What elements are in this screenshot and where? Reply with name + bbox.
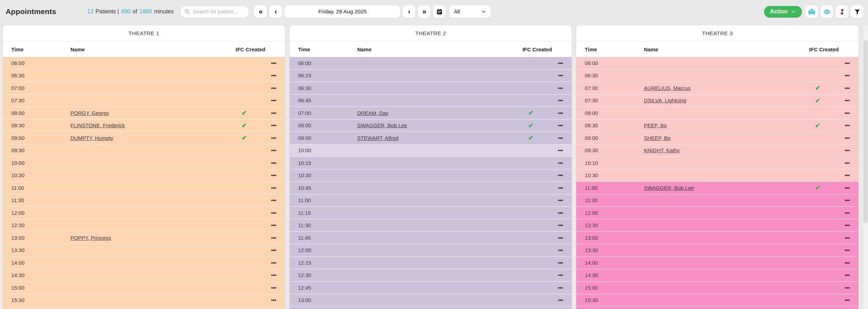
appointment-row[interactable]: 07:00 •••	[3, 82, 285, 95]
patient-name-link[interactable]: AURELIUS, Marcus	[644, 85, 691, 91]
appointment-row[interactable]: 08:00 PORGY, Georgy ✔ •••	[3, 107, 285, 120]
appointment-row[interactable]: 06:30 •••	[290, 82, 572, 95]
patient-name-link[interactable]: KNIGHT, Kathy	[644, 147, 680, 153]
calendar-button[interactable]	[433, 5, 446, 18]
row-actions-button[interactable]: •••	[271, 223, 276, 228]
date-first-button[interactable]: «	[254, 5, 267, 18]
row-actions-button[interactable]: •••	[271, 136, 276, 141]
row-actions-button[interactable]: •••	[558, 260, 563, 265]
row-actions-button[interactable]: •••	[845, 111, 850, 116]
appointment-row[interactable]: 14:30 •••	[3, 269, 285, 282]
row-actions-button[interactable]: •••	[271, 73, 276, 78]
filter-button[interactable]	[850, 5, 864, 18]
patient-name-link[interactable]: POPPY, Princess	[70, 235, 111, 241]
appointment-row[interactable]: 14:00 •••	[3, 257, 285, 269]
row-actions-button[interactable]: •••	[845, 73, 850, 78]
row-actions-button[interactable]: •••	[558, 298, 563, 303]
row-actions-button[interactable]: •••	[845, 123, 850, 128]
appointment-row[interactable]: 08:30 FLINSTONE, Frederick ✔ •••	[3, 120, 285, 132]
patient-name-link[interactable]: DSILVA, Lightning	[644, 97, 686, 103]
scrollbar-thumb[interactable]	[863, 40, 868, 223]
row-actions-button[interactable]: •••	[845, 285, 850, 290]
appointment-row[interactable]: 10:30 •••	[290, 169, 572, 182]
row-resize-toggle-button[interactable]	[835, 5, 849, 18]
date-prev-button[interactable]: ‹	[269, 5, 282, 18]
date-last-button[interactable]: »	[417, 5, 431, 18]
appointment-row[interactable]: 14:30 •••	[576, 269, 858, 282]
row-actions-button[interactable]: •••	[845, 260, 850, 265]
appointment-row[interactable]: 12:30 •••	[3, 219, 285, 232]
appointment-row[interactable]: 12:30 •••	[576, 219, 858, 232]
row-actions-button[interactable]: •••	[845, 186, 850, 191]
row-actions-button[interactable]: •••	[558, 98, 563, 103]
patient-search[interactable]	[180, 6, 249, 18]
appointment-row[interactable]: 12:00 •••	[3, 207, 285, 219]
row-actions-button[interactable]: •••	[845, 148, 850, 153]
row-actions-button[interactable]: •••	[558, 285, 563, 290]
appointment-row[interactable]: 06:30 •••	[576, 70, 858, 82]
row-actions-button[interactable]: •••	[558, 73, 563, 78]
search-input[interactable]	[193, 9, 245, 14]
row-actions-button[interactable]: •••	[558, 236, 563, 240]
appointment-row[interactable]: 11:45 •••	[290, 232, 572, 244]
action-button[interactable]: Action	[764, 6, 802, 18]
appointment-row[interactable]: 11:00 SWAGGER, Bob Lee ✔ •••	[576, 182, 858, 194]
row-actions-button[interactable]: •••	[271, 161, 276, 166]
row-actions-button[interactable]: •••	[271, 198, 276, 203]
theatre-filter-select[interactable]: All	[449, 5, 491, 18]
row-actions-button[interactable]: •••	[271, 260, 276, 265]
appointment-row[interactable]: 10:00 •••	[290, 144, 572, 157]
row-actions-button[interactable]: •••	[271, 61, 276, 66]
appointment-row[interactable]: 12:00 •••	[576, 207, 858, 219]
appointment-row[interactable]: 12:45 •••	[290, 282, 572, 294]
appointment-row[interactable]: 13:30 •••	[576, 244, 858, 257]
row-actions-button[interactable]: •••	[845, 86, 850, 91]
hospital-view-button[interactable]	[805, 5, 818, 18]
row-actions-button[interactable]: •••	[558, 173, 563, 178]
appointment-row[interactable]: 11:30 •••	[290, 219, 572, 232]
row-actions-button[interactable]: •••	[845, 136, 850, 141]
patient-name-link[interactable]: SWAGGER, Bob Lee	[644, 185, 694, 191]
row-actions-button[interactable]: •••	[271, 273, 276, 278]
appointment-row[interactable]: 11:00 •••	[3, 182, 285, 194]
row-actions-button[interactable]: •••	[845, 248, 850, 253]
row-actions-button[interactable]: •••	[558, 61, 563, 66]
patient-name-link[interactable]: FLINSTONE, Frederick	[70, 122, 125, 128]
appointment-row[interactable]: 08:30 PEEP, Bo ✔ •••	[576, 120, 858, 132]
appointment-row[interactable]: 07:00 DREAM, Day ✔ •••	[290, 107, 572, 120]
row-actions-button[interactable]: •••	[558, 123, 563, 128]
appointment-row[interactable]: 06:00 •••	[576, 57, 858, 70]
row-actions-button[interactable]: •••	[558, 136, 563, 141]
appointment-row[interactable]: 06:15 •••	[290, 70, 572, 82]
appointment-row[interactable]: 09:00 SHEEP, Bo •••	[576, 132, 858, 144]
appointment-row[interactable]: 09:00 DUMPTY, Humpty ✔ •••	[3, 132, 285, 144]
appointment-row[interactable]: 13:00 POPPY, Princess •••	[3, 232, 285, 244]
appointment-row[interactable]: 10:10 •••	[576, 157, 858, 169]
patient-name-link[interactable]: DREAM, Day	[357, 110, 389, 116]
row-actions-button[interactable]: •••	[845, 98, 850, 103]
row-actions-button[interactable]: •••	[271, 173, 276, 178]
row-actions-button[interactable]: •••	[845, 198, 850, 203]
row-actions-button[interactable]: •••	[558, 148, 563, 153]
appointment-row[interactable]: 11:30 •••	[3, 194, 285, 207]
row-actions-button[interactable]: •••	[271, 211, 276, 215]
row-actions-button[interactable]: •••	[558, 273, 563, 278]
appointment-row[interactable]: 07:30 •••	[3, 95, 285, 107]
row-actions-button[interactable]: •••	[845, 298, 850, 303]
appointment-row[interactable]: 13:30 •••	[3, 244, 285, 257]
appointment-row[interactable]: 12:15 •••	[290, 257, 572, 269]
vertical-scrollbar[interactable]	[863, 25, 868, 309]
patient-name-link[interactable]: PEEP, Bo	[644, 122, 667, 128]
appointment-row[interactable]: 11:15 •••	[290, 207, 572, 219]
row-actions-button[interactable]: •••	[845, 273, 850, 278]
row-actions-button[interactable]: •••	[271, 248, 276, 253]
patient-name-link[interactable]: SHEEP, Bo	[644, 135, 671, 141]
row-actions-button[interactable]: •••	[558, 186, 563, 191]
row-actions-button[interactable]: •••	[558, 198, 563, 203]
appointment-row[interactable]: 10:00 •••	[3, 157, 285, 169]
appointment-row[interactable]: 08:00 •••	[576, 107, 858, 120]
row-actions-button[interactable]: •••	[845, 61, 850, 66]
appointment-row[interactable]: 09:30 •••	[3, 144, 285, 157]
date-display[interactable]: Friday, 29 Aug 2025	[284, 5, 401, 18]
appointment-row[interactable]: 07:00 AURELIUS, Marcus ✔ •••	[576, 82, 858, 95]
